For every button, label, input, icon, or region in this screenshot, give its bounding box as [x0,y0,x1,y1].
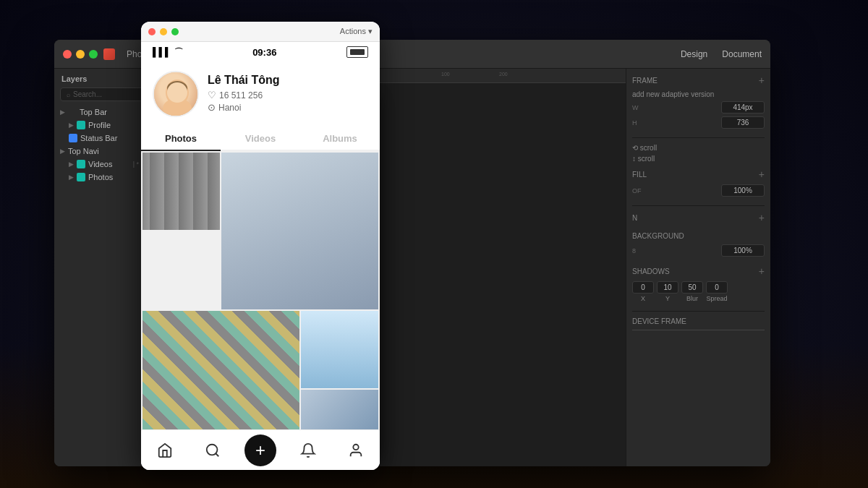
photo-3[interactable] [142,311,299,429]
add-frame-button[interactable]: + [759,74,765,86]
signal-bars-icon: ▌▌▌ [153,47,171,57]
fill-header: FILL + [632,168,765,180]
layer-color-icon [77,121,85,129]
chevron-icon: ▶ [60,147,65,155]
fill-opacity-input[interactable]: 100% [721,184,765,197]
profile-nav-button[interactable] [340,435,372,466]
shadow-y-input[interactable]: 10 [657,281,678,294]
right-panel: FRAME + add new adaptive version W 414px… [626,69,770,466]
modal-status-bar: ▌▌▌ ⌒ 09:36 [141,42,380,62]
layer-label: Videos [88,160,112,168]
wifi-icon: ⌒ [174,46,183,59]
modal-title-bar: Actions ▾ [141,22,380,42]
modal-tabs: Photos Videos Albums [141,126,380,151]
svg-line-5 [216,453,218,456]
layer-color-icon [77,160,85,168]
search-icon: ⌕ [67,91,70,98]
layer-icon [68,108,77,116]
modal-profile-section: Lê Thái Tông ♡ 16 511 256 ⊙ Hanoi [141,62,380,126]
app-icon [103,48,115,60]
tab-videos[interactable]: Videos [221,126,300,151]
photo-2[interactable] [221,153,378,309]
n-section: N + [632,212,765,223]
add-n-button[interactable]: + [759,212,765,223]
height-input[interactable]: 736 [721,116,765,129]
home-nav-button[interactable] [149,435,181,466]
device-frame-section: DEVICE FRAME [632,317,765,330]
modal-avatar [153,71,199,117]
shadows-header: SHADOWS + [632,265,765,277]
modal-location-stat: ⊙ Hanoi [208,102,368,113]
divider-2 [632,205,765,206]
modal-photo-grid [141,151,380,429]
avatar-image [154,72,197,116]
heart-icon: ♡ [208,90,216,100]
n-header: N + [632,212,765,223]
frame-section: FRAME + add new adaptive version W 414px… [632,74,765,129]
shadow-x-input[interactable]: 0 [632,281,654,294]
battery-icon [346,46,368,58]
modal-minimize[interactable] [160,28,167,35]
tab-photos[interactable]: Photos [141,126,221,151]
shadows-section: SHADOWS + 0 X 10 Y 50 Blur [632,265,765,302]
divider-3 [632,311,765,312]
chevron-icon: ▶ [69,121,74,129]
top-nav: Design Document [681,49,762,59]
traffic-lights [63,50,98,59]
modal-likes-stat: ♡ 16 511 256 [208,90,368,100]
add-fill-button[interactable]: + [759,168,765,180]
search-nav-button[interactable] [197,435,229,466]
modal-signal-icons: ▌▌▌ ⌒ [153,46,183,59]
height-row: H 736 [632,116,765,129]
chevron-icon: ▶ [69,174,74,181]
fill-opacity-row: OF 100% [632,184,765,197]
document-menu[interactable]: Document [722,49,762,59]
modal-time: 09:36 [252,47,276,58]
layer-color-icon [77,173,85,181]
svg-point-4 [207,444,218,455]
width-row: W 414px [632,101,765,114]
photo-4[interactable] [301,311,378,388]
search-placeholder: Search... [73,90,102,98]
width-input[interactable]: 414px [721,101,765,114]
layer-color-icon [69,134,77,142]
chevron-icon: ▶ [60,108,65,116]
layer-label: Status Bar [80,134,117,142]
modal-preview: Actions ▾ ▌▌▌ ⌒ 09:36 [141,22,380,470]
modal-bottom-nav: + [141,429,380,470]
modal-phone-content: ▌▌▌ ⌒ 09:36 [141,42,380,470]
close-button[interactable] [63,50,72,59]
tab-albums[interactable]: Albums [300,126,380,151]
location-icon: ⊙ [208,102,216,113]
frame-header: FRAME + [632,74,765,86]
photo-5[interactable] [301,390,378,429]
chevron-icon: ▶ [69,160,74,168]
notifications-nav-button[interactable] [292,435,324,466]
photo-col-right [301,311,378,429]
layer-label: Profile [88,121,111,129]
design-menu[interactable]: Design [681,49,707,59]
modal-profile-name: Lê Thái Tông [208,74,368,87]
svg-point-3 [167,82,187,103]
add-shadow-button[interactable]: + [759,265,765,277]
shadow-blur-input[interactable]: 50 [681,281,703,294]
photo-1[interactable] [142,153,220,230]
bg-opacity-row: 8 100% [632,244,765,257]
device-frame-header: DEVICE FRAME [632,317,765,325]
modal-close[interactable] [148,28,156,35]
bg-opacity-input[interactable]: 100% [721,244,765,257]
layer-label: Top Bar [80,108,107,116]
divider-1 [632,137,765,138]
modal-maximize[interactable] [171,28,179,35]
svg-point-6 [353,444,358,449]
fill-section: FILL + OF 100% [632,168,765,197]
shadow-spread-input[interactable]: 0 [706,281,728,294]
maximize-button[interactable] [89,50,98,59]
modal-profile-info: Lê Thái Tông ♡ 16 511 256 ⊙ Hanoi [208,74,368,114]
layer-label: Photos [88,173,113,181]
add-nav-button[interactable]: + [244,435,276,466]
minimize-button[interactable] [76,50,85,59]
background-header: BACKGROUND [632,232,765,240]
background-section: BACKGROUND 8 100% [632,232,765,257]
modal-actions-menu[interactable]: Actions ▾ [340,27,373,36]
